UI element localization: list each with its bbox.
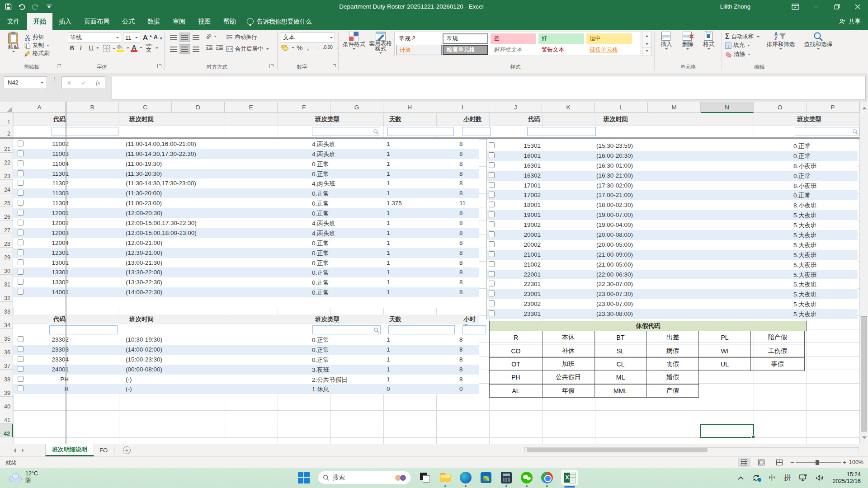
filter-input[interactable]: [388, 325, 455, 334]
scrollbar-thumb[interactable]: [861, 316, 867, 432]
filter-input[interactable]: [462, 325, 486, 334]
accounting-format-button[interactable]: [281, 44, 294, 51]
zoom-slider-thumb[interactable]: [816, 460, 819, 465]
conditional-formatting-button[interactable]: 条件格式: [341, 32, 367, 51]
add-sheet-button[interactable]: +: [123, 446, 131, 454]
font-size-box[interactable]: 11: [123, 33, 140, 42]
table-row[interactable]: 12004(12:00-21:00)0.正常18: [13, 238, 479, 248]
row-header[interactable]: 31: [0, 275, 13, 288]
shrink-font-button[interactable]: A▼: [154, 33, 163, 41]
tab-review[interactable]: 审阅: [166, 13, 192, 30]
merge-center-button[interactable]: 合并后居中: [226, 45, 269, 53]
increase-decimal-button[interactable]: ←.0: [316, 45, 326, 50]
row-header[interactable]: 38: [0, 370, 13, 383]
start-button[interactable]: [297, 471, 310, 484]
row-header[interactable]: 22: [0, 153, 13, 166]
table-row[interactable]: 16001(16:00-20:30)0.正常: [487, 151, 858, 161]
clear-button[interactable]: 清除: [725, 51, 750, 58]
search-box[interactable]: 搜索: [318, 471, 411, 484]
row-checkbox[interactable]: [489, 271, 495, 277]
table-row[interactable]: 11304(11:00-23:00)0.正常1.37511: [13, 198, 479, 208]
column-header[interactable]: J: [489, 102, 542, 113]
table-row[interactable]: 11301(11:30-20:30)0.正常18: [13, 169, 479, 179]
style-normal2[interactable]: 常规 2: [396, 33, 442, 44]
table-row[interactable]: 16301(16:30-01:00)8.小夜班: [487, 161, 858, 171]
table-row[interactable]: 13001(13:00-21:30)0.正常18: [13, 258, 479, 268]
tray-clock[interactable]: 15:242025/12/16: [832, 471, 861, 485]
style-neutral[interactable]: 适中: [586, 33, 632, 44]
table-row[interactable]: 23301(23:30-08:00)5.大夜班: [487, 309, 858, 319]
row-header[interactable]: 40: [0, 397, 13, 410]
column-header[interactable]: O: [754, 102, 807, 113]
clipboard-dialog-launcher[interactable]: [57, 64, 61, 68]
format-cells-button[interactable]: |↔| 格式: [699, 32, 719, 51]
table-row[interactable]: 23304(15:00-23:30)0.正常18: [13, 355, 479, 365]
row-checkbox[interactable]: [489, 202, 495, 207]
table-row[interactable]: 20002(20:00-05:00)5.大夜班: [487, 240, 858, 250]
table-row[interactable]: 14001(14:00-22:30)0.正常18: [13, 287, 479, 297]
calculator-icon[interactable]: [500, 471, 513, 484]
table-row[interactable]: 21001(21:00-09:00)5.大夜班: [487, 250, 858, 260]
page-break-view-button[interactable]: [773, 458, 786, 467]
table-row[interactable]: 24001(00:00-08:00)3.夜班18: [13, 365, 479, 375]
row-checkbox[interactable]: [489, 211, 495, 217]
copy-button[interactable]: 复制: [24, 42, 49, 49]
row-header[interactable]: 33: [0, 302, 13, 315]
row-checkbox[interactable]: [489, 300, 495, 306]
column-header[interactable]: N: [701, 102, 754, 113]
zoom-level[interactable]: 100%: [849, 459, 863, 465]
column-header[interactable]: H: [383, 102, 436, 113]
table-row[interactable]: 12003(12:00-15:00,18:00-23:00)4.两头班18: [13, 228, 479, 238]
customize-qat-icon[interactable]: [45, 3, 52, 10]
filter-input[interactable]: [527, 127, 596, 136]
sync-icon[interactable]: [752, 474, 760, 481]
row-checkbox[interactable]: [489, 261, 495, 267]
find-select-button[interactable]: 查找和选择: [800, 32, 836, 51]
restore-button[interactable]: [826, 0, 847, 13]
table-row[interactable]: R(-)1.休息00: [13, 384, 479, 394]
column-header[interactable]: I: [436, 102, 489, 113]
row-header[interactable]: 37: [0, 356, 13, 370]
row-checkbox[interactable]: [489, 291, 495, 296]
row-checkbox[interactable]: [489, 231, 495, 237]
task-view-button[interactable]: [419, 471, 431, 484]
tab-page-layout[interactable]: 页面布局: [78, 13, 116, 30]
ribbon-display-options-button[interactable]: [785, 0, 806, 13]
orientation-button[interactable]: ab: [206, 33, 217, 39]
row-checkbox[interactable]: [489, 152, 495, 158]
table-row[interactable]: 22301(22:30-07:00)5.大夜班: [487, 279, 858, 289]
column-header[interactable]: M: [648, 102, 701, 113]
row-header[interactable]: 30: [0, 261, 13, 275]
style-bad[interactable]: 差: [491, 33, 536, 44]
row-header[interactable]: 26: [0, 207, 13, 221]
filter-input[interactable]: [49, 325, 118, 334]
minimize-button[interactable]: [806, 0, 826, 13]
select-all-corner[interactable]: [0, 102, 13, 113]
column-header[interactable]: D: [172, 102, 225, 113]
formula-input[interactable]: [112, 76, 866, 100]
filter-input[interactable]: [312, 325, 381, 334]
wechat-icon[interactable]: [520, 471, 533, 484]
volume-icon[interactable]: [816, 474, 824, 481]
row-header[interactable]: 39: [0, 383, 13, 397]
row-header[interactable]: 28: [0, 234, 13, 248]
table-row[interactable]: 12001(12:00-20:30)0.正常18: [13, 208, 479, 218]
format-painter-button[interactable]: 格式刷: [24, 50, 50, 57]
tell-me-box[interactable]: 告诉我你想要做什么: [242, 13, 316, 30]
align-center-button[interactable]: [179, 44, 190, 54]
column-header[interactable]: P: [807, 102, 859, 113]
scroll-down-icon[interactable]: [862, 436, 867, 441]
row-header[interactable]: 23: [0, 166, 13, 180]
zoom-slider[interactable]: [796, 462, 841, 463]
fill-color-button[interactable]: [117, 44, 129, 52]
paste-button[interactable]: 粘贴: [5, 32, 23, 54]
chrome-icon[interactable]: [541, 471, 553, 484]
network-icon[interactable]: [799, 474, 807, 481]
user-name[interactable]: Lilith Zhong: [720, 0, 750, 13]
align-middle-button[interactable]: [179, 33, 190, 42]
column-header[interactable]: L: [595, 102, 648, 113]
grow-font-button[interactable]: A▲: [143, 33, 153, 41]
column-header[interactable]: G: [330, 102, 383, 113]
italic-button[interactable]: I: [80, 44, 82, 52]
alignment-dialog-launcher[interactable]: [269, 64, 274, 68]
